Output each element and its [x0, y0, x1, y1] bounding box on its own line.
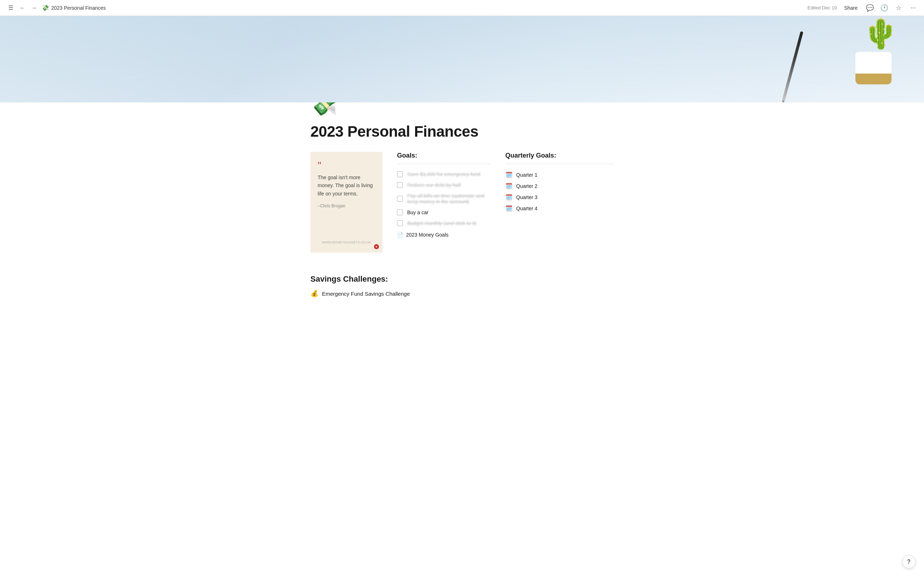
back-button[interactable]: ← — [17, 3, 27, 13]
quote-watermark: WWW.MONEYNUGGETS.CO.UK — [318, 240, 375, 244]
toolbar: ☰ ← → 💸 2023 Personal Finances Edited De… — [0, 0, 924, 16]
quarter-3-emoji: 🗓️ — [505, 193, 512, 200]
checklist-item: Buy a car — [397, 210, 491, 215]
share-button[interactable]: Share — [842, 3, 861, 12]
linked-page-text: 2023 Money Goals — [406, 232, 449, 238]
plant-leaves: 🌵 — [863, 19, 899, 48]
quarter-4-emoji: 🗓️ — [505, 205, 512, 212]
quarterly-section: Quarterly Goals: 🗓️ Quarter 1 🗓️ Quarter… — [505, 152, 614, 212]
quote-text: The goal isn't more money. The goal is l… — [318, 174, 375, 198]
quarter-2-text: Quarter 2 — [516, 183, 538, 189]
quote-card: " The goal isn't more money. The goal is… — [310, 152, 383, 253]
quarterly-item-q2[interactable]: 🗓️ Quarter 2 — [505, 182, 614, 189]
goals-checklist: Save $1,000 for emergency fund Reduce ou… — [397, 171, 491, 226]
star-icon: ☆ — [896, 4, 901, 12]
checkbox-5[interactable] — [397, 220, 403, 226]
checklist-item: Reduce our debt by half — [397, 182, 491, 188]
quarter-1-emoji: 🗓️ — [505, 171, 512, 178]
checklist-item: Budget monthly (and stick to it) — [397, 220, 491, 226]
history-icon: 🕐 — [880, 4, 888, 12]
quarter-2-emoji: 🗓️ — [505, 182, 512, 189]
quarter-4-text: Quarter 4 — [516, 206, 538, 211]
goal-text-4: Buy a car — [407, 210, 428, 215]
quarterly-item-q3[interactable]: 🗓️ Quarter 3 — [505, 193, 614, 200]
plant-decoration: 🌵 — [852, 19, 895, 84]
comment-button[interactable]: 💬 — [865, 3, 875, 13]
linked-page[interactable]: 📄 2023 Money Goals — [397, 232, 491, 238]
quarter-3-text: Quarter 3 — [516, 194, 538, 200]
page-title: 2023 Personal Finances — [310, 123, 614, 140]
toolbar-right: Edited Dec 10 Share 💬 🕐 ☆ ··· — [808, 3, 918, 13]
checkbox-2[interactable] — [397, 182, 403, 188]
toolbar-left: ☰ ← → 💸 2023 Personal Finances — [6, 3, 804, 13]
savings-emoji-1: 💰 — [310, 290, 318, 298]
savings-heading: Savings Challenges: — [310, 274, 614, 284]
quote-mark: " — [318, 161, 375, 171]
quarter-1-text: Quarter 1 — [516, 172, 538, 178]
edited-timestamp: Edited Dec 10 — [808, 5, 837, 10]
history-button[interactable]: 🕐 — [879, 3, 889, 13]
menu-button[interactable]: ☰ — [6, 3, 16, 13]
quarterly-item-q1[interactable]: 🗓️ Quarter 1 — [505, 171, 614, 178]
more-icon: ··· — [910, 4, 916, 11]
breadcrumb-title: 2023 Personal Finances — [51, 5, 106, 11]
checkbox-3[interactable] — [397, 196, 403, 201]
forward-button[interactable]: → — [29, 3, 39, 13]
savings-section: Savings Challenges: 💰 Emergency Fund Sav… — [310, 274, 614, 298]
menu-icon: ☰ — [8, 4, 13, 11]
pot-soil — [855, 74, 892, 84]
goal-text-3: Pay all bills on time (automate and keep… — [407, 193, 491, 205]
linked-page-icon: 📄 — [397, 232, 403, 238]
quote-author: –Chris Brogan — [318, 203, 375, 208]
quarterly-list: 🗓️ Quarter 1 🗓️ Quarter 2 🗓️ Quarter 3 🗓… — [505, 171, 614, 212]
favorite-button[interactable]: ☆ — [894, 3, 904, 13]
forward-icon: → — [31, 5, 37, 11]
goal-text-5: Budget monthly (and stick to it) — [407, 220, 477, 226]
goal-text-1: Save $1,000 for emergency fund — [407, 171, 480, 177]
checkbox-1[interactable] — [397, 171, 403, 177]
goals-section: Goals: Save $1,000 for emergency fund Re… — [397, 152, 491, 238]
savings-item-1[interactable]: 💰 Emergency Fund Savings Challenge — [310, 290, 614, 298]
page-wrapper: 🌵 💸 2023 Personal Finances " The goal is… — [0, 16, 924, 326]
checklist-item: Pay all bills on time (automate and keep… — [397, 193, 491, 205]
quote-logo: ♥ — [374, 244, 379, 249]
goal-text-2: Reduce our debt by half — [407, 182, 461, 188]
quarterly-item-q4[interactable]: 🗓️ Quarter 4 — [505, 205, 614, 212]
breadcrumb: 💸 2023 Personal Finances — [42, 4, 106, 11]
toolbar-nav: ☰ ← → — [6, 3, 39, 13]
savings-text-1: Emergency Fund Savings Challenge — [322, 291, 410, 297]
quarterly-heading: Quarterly Goals: — [505, 152, 614, 164]
hero-banner: 🌵 — [0, 16, 924, 102]
comment-icon: 💬 — [866, 4, 874, 12]
checkbox-4[interactable] — [397, 210, 403, 215]
content-grid: " The goal isn't more money. The goal is… — [310, 152, 614, 253]
page-body: 💸 2023 Personal Finances " The goal isn'… — [281, 92, 643, 326]
page-emoji: 💸 — [42, 4, 49, 11]
checklist-item: Save $1,000 for emergency fund — [397, 171, 491, 177]
goals-heading: Goals: — [397, 152, 491, 164]
more-button[interactable]: ··· — [908, 3, 918, 13]
back-icon: ← — [19, 5, 25, 11]
